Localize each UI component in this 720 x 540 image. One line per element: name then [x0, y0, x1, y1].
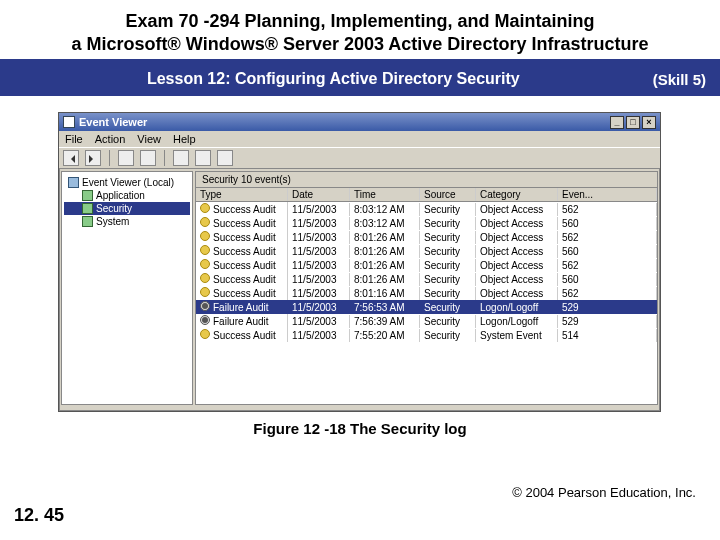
tree-root-label: Event Viewer (Local): [82, 177, 174, 188]
lock-icon: [200, 301, 210, 311]
back-icon[interactable]: [63, 150, 79, 166]
minimize-button[interactable]: _: [610, 116, 624, 129]
log-icon: [82, 203, 93, 214]
folder-icon: [68, 177, 79, 188]
window-titlebar[interactable]: Event Viewer _ □ ×: [59, 113, 660, 131]
list-caption: Security 10 event(s): [196, 172, 657, 188]
table-row[interactable]: Failure Audit11/5/20037:56:39 AMSecurity…: [196, 314, 657, 328]
table-row[interactable]: Success Audit11/5/20037:55:20 AMSecurity…: [196, 328, 657, 342]
menu-view[interactable]: View: [137, 133, 161, 145]
slide-title: Exam 70 -294 Planning, Implementing, and…: [0, 0, 720, 62]
key-icon: [200, 203, 210, 213]
properties-icon[interactable]: [140, 150, 156, 166]
tree-root[interactable]: Event Viewer (Local): [64, 176, 190, 189]
key-icon: [200, 287, 210, 297]
lesson-bar: Lesson 12: Configuring Active Directory …: [0, 62, 720, 96]
copyright: © 2004 Pearson Education, Inc.: [512, 485, 696, 500]
skill-label: (Skill 5): [653, 71, 706, 88]
table-row[interactable]: Success Audit11/5/20038:01:26 AMSecurity…: [196, 230, 657, 244]
menu-bar: File Action View Help: [59, 131, 660, 147]
close-button[interactable]: ×: [642, 116, 656, 129]
tree-pane[interactable]: Event Viewer (Local) Application Securit…: [61, 171, 193, 405]
table-row[interactable]: Success Audit11/5/20038:01:16 AMSecurity…: [196, 286, 657, 300]
table-row[interactable]: Success Audit11/5/20038:03:12 AMSecurity…: [196, 216, 657, 230]
app-icon: [63, 116, 75, 128]
tree-system[interactable]: System: [64, 215, 190, 228]
col-source[interactable]: Source: [420, 188, 476, 201]
log-icon: [82, 216, 93, 227]
menu-action[interactable]: Action: [95, 133, 126, 145]
event-rows: Success Audit11/5/20038:03:12 AMSecurity…: [196, 202, 657, 404]
maximize-button[interactable]: □: [626, 116, 640, 129]
tree-security[interactable]: Security: [64, 202, 190, 215]
exam-title-line1: Exam 70 -294 Planning, Implementing, and…: [30, 10, 690, 33]
key-icon: [200, 259, 210, 269]
toolbar: [59, 147, 660, 169]
refresh-icon[interactable]: [173, 150, 189, 166]
up-icon[interactable]: [118, 150, 134, 166]
export-icon[interactable]: [195, 150, 211, 166]
lesson-label: Lesson 12: Configuring Active Directory …: [14, 70, 653, 88]
tree-application[interactable]: Application: [64, 189, 190, 202]
key-icon: [200, 231, 210, 241]
col-category[interactable]: Category: [476, 188, 558, 201]
event-viewer-window: Event Viewer _ □ × File Action View Help…: [58, 112, 661, 412]
exam-title-line2: a Microsoft® Windows® Server 2003 Active…: [30, 33, 690, 56]
col-type[interactable]: Type: [196, 188, 288, 201]
key-icon: [200, 329, 210, 339]
table-row[interactable]: Failure Audit11/5/20037:56:53 AMSecurity…: [196, 300, 657, 314]
forward-icon[interactable]: [85, 150, 101, 166]
page-number: 12. 45: [14, 505, 64, 526]
col-time[interactable]: Time: [350, 188, 420, 201]
help-icon[interactable]: [217, 150, 233, 166]
lock-icon: [200, 315, 210, 325]
event-list: Security 10 event(s) Type Date Time Sour…: [195, 171, 658, 405]
col-date[interactable]: Date: [288, 188, 350, 201]
key-icon: [200, 245, 210, 255]
key-icon: [200, 217, 210, 227]
menu-help[interactable]: Help: [173, 133, 196, 145]
menu-file[interactable]: File: [65, 133, 83, 145]
table-row[interactable]: Success Audit11/5/20038:01:26 AMSecurity…: [196, 244, 657, 258]
col-event[interactable]: Even...: [558, 188, 657, 201]
log-icon: [82, 190, 93, 201]
figure-caption: Figure 12 -18 The Security log: [0, 420, 720, 437]
column-headers[interactable]: Type Date Time Source Category Even...: [196, 188, 657, 202]
table-row[interactable]: Success Audit11/5/20038:03:12 AMSecurity…: [196, 202, 657, 216]
key-icon: [200, 273, 210, 283]
table-row[interactable]: Success Audit11/5/20038:01:26 AMSecurity…: [196, 272, 657, 286]
table-row[interactable]: Success Audit11/5/20038:01:26 AMSecurity…: [196, 258, 657, 272]
window-title: Event Viewer: [79, 116, 147, 128]
